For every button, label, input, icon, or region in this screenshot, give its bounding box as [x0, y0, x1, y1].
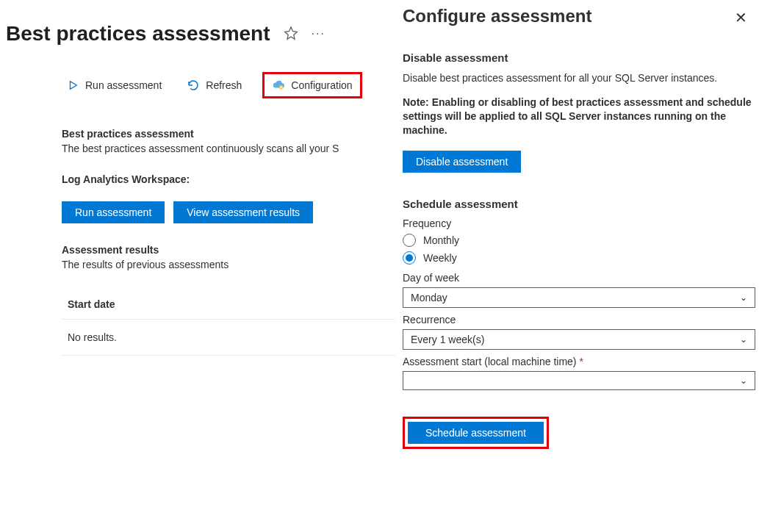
svg-point-1 — [281, 87, 282, 88]
panel-title: Configure assessment — [403, 6, 591, 26]
day-of-week-select[interactable]: Monday ⌄ — [403, 287, 755, 308]
results-heading: Assessment results — [62, 244, 397, 256]
configuration-label: Configuration — [291, 79, 352, 91]
configure-panel: Configure assessment ✕ Disable assessmen… — [395, 0, 759, 532]
favorite-star-icon[interactable] — [284, 26, 298, 43]
chevron-down-icon: ⌄ — [740, 292, 747, 303]
command-bar: Run assessment Refresh Configuration — [0, 72, 397, 98]
refresh-label: Refresh — [206, 79, 242, 91]
run-assessment-command[interactable]: Run assessment — [62, 76, 166, 95]
day-of-week-value: Monday — [411, 292, 447, 303]
frequency-weekly-radio[interactable]: Weekly — [403, 251, 752, 265]
chevron-down-icon: ⌄ — [740, 334, 747, 345]
col-start-date: Start date — [62, 290, 397, 320]
frequency-monthly-radio[interactable]: Monthly — [403, 234, 752, 247]
required-mark: * — [579, 356, 583, 367]
refresh-command[interactable]: Refresh — [182, 76, 246, 95]
disable-heading: Disable assessment — [403, 51, 752, 64]
day-of-week-label: Day of week — [403, 272, 752, 284]
disable-note: Note: Enabling or disabling of best prac… — [403, 96, 752, 137]
panel-header: Configure assessment ✕ — [403, 6, 752, 26]
start-time-label-text: Assessment start (local machine time) — [403, 356, 577, 367]
more-icon[interactable]: ··· — [312, 27, 325, 40]
schedule-button-highlight: Schedule assessment — [403, 417, 549, 449]
disable-text: Disable best practices assessment for al… — [403, 71, 752, 85]
close-icon[interactable]: ✕ — [735, 9, 747, 26]
no-results-row: No results. — [62, 320, 397, 356]
run-assessment-button[interactable]: Run assessment — [62, 201, 165, 223]
recurrence-select[interactable]: Every 1 week(s) ⌄ — [403, 329, 755, 350]
bpa-text: The best practices assessment continuous… — [62, 143, 397, 154]
cloud-gear-icon — [272, 79, 285, 92]
frequency-weekly-label: Weekly — [423, 252, 457, 264]
note-prefix: Note: — [403, 96, 432, 108]
schedule-assessment-button[interactable]: Schedule assessment — [408, 422, 544, 444]
disable-assessment-button[interactable]: Disable assessment — [403, 151, 521, 173]
page-header: Best practices assessment ··· — [0, 0, 397, 51]
chevron-down-icon: ⌄ — [740, 375, 747, 386]
view-results-button[interactable]: View assessment results — [173, 201, 313, 223]
main-content: Best practices assessment ··· Run assess… — [0, 0, 397, 356]
bpa-heading: Best practices assessment — [62, 128, 397, 140]
schedule-heading: Schedule assessment — [403, 198, 752, 210]
page-title: Best practices assessment — [6, 22, 270, 46]
refresh-icon — [187, 79, 200, 92]
results-text: The results of previous assessments — [62, 259, 397, 270]
configuration-command[interactable]: Configuration — [262, 72, 361, 98]
note-body: Enabling or disabling of best practices … — [403, 96, 752, 136]
results-table: Start date No results. — [62, 290, 397, 356]
start-time-label: Assessment start (local machine time) * — [403, 356, 752, 367]
radio-icon-selected — [403, 251, 416, 265]
radio-icon — [403, 234, 416, 247]
content-body: Best practices assessment The best pract… — [0, 98, 397, 356]
frequency-monthly-label: Monthly — [423, 234, 459, 246]
frequency-label: Frequency — [403, 218, 752, 229]
law-heading: Log Analytics Workspace: — [62, 173, 397, 185]
play-icon — [66, 79, 79, 92]
action-buttons: Run assessment View assessment results — [62, 201, 397, 223]
recurrence-value: Every 1 week(s) — [411, 334, 484, 345]
recurrence-label: Recurrence — [403, 314, 752, 326]
start-time-select[interactable]: ⌄ — [403, 371, 755, 390]
run-assessment-label: Run assessment — [85, 79, 162, 91]
